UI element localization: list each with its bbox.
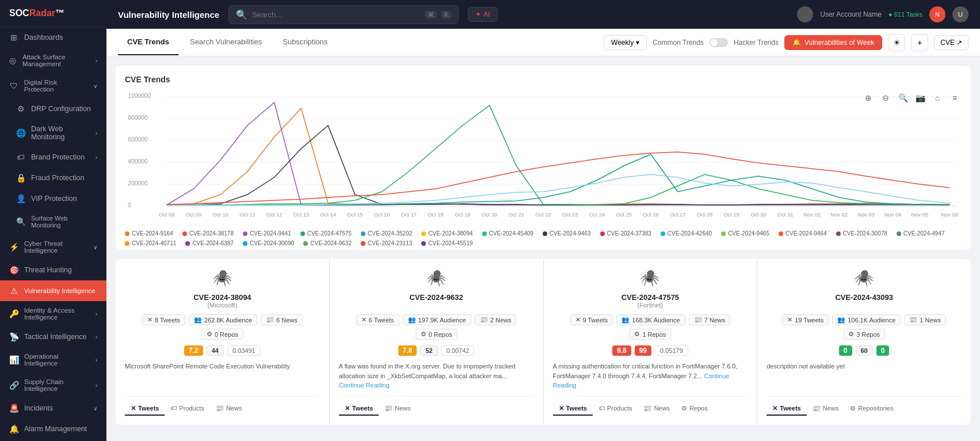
svg-text:Oct 31: Oct 31 [777,212,793,218]
zoom-in-btn[interactable]: ⊕ [861,91,875,105]
chevron-icon: › [96,58,97,64]
card-tab-news-47575[interactable]: 📰 News [638,402,676,416]
cve-btn-label: CVE [940,39,955,47]
tab-search-vuln[interactable]: Search Vulnerabilities [181,29,271,55]
card-tab-tweets-38094[interactable]: ✕ Tweets [125,402,165,416]
tab-subscriptions[interactable]: Subscriptions [273,29,337,55]
legend-item: CVE-2024-35202 [361,230,412,237]
score3-38094: 0.03491 [227,345,261,356]
weekly-dropdown[interactable]: Weekly ▾ [604,35,647,50]
cve-button[interactable]: CVE ↗ [934,35,968,50]
shortcut-cmd: ⌘ [425,11,437,18]
sidebar-label-alarm: Alarm Management [24,425,87,433]
search-icon: 🔍 [236,9,247,20]
news-tab-icon: 📰 [216,405,224,412]
search-chart-btn[interactable]: 🔍 [896,91,910,105]
card-tab-news-38094[interactable]: 📰 News [210,402,248,416]
tab-cve-trends[interactable]: CVE Trends [118,29,178,55]
card-tab-repos-43093[interactable]: ⚙ Repositories [844,402,899,416]
news-icon-43093: 📰 [909,316,917,324]
sidebar-item-cyber-threat[interactable]: ⚡ Cyber Threat Intelligence ∨ [0,234,106,260]
news-tab-icon-9632: 📰 [384,405,392,412]
vuln-week-button[interactable]: 🔔 Vulnerabilities of Week [784,35,882,50]
svg-text:Oct 17: Oct 17 [401,212,417,218]
sidebar-item-identity[interactable]: 🔑 Identity & Access Intelligence › [0,301,106,326]
task-status: ● 611 Tasks [889,11,922,18]
card-tab-products-38094[interactable]: 🏷 Products [165,402,209,416]
sidebar-item-surface-web[interactable]: 🔍 Surface Web Monitoring [0,209,106,234]
sidebar-item-drp-config[interactable]: ⚙ DRP Configuration [0,98,106,119]
sidebar-item-vuln-intel[interactable]: ⚠ Vulnerability Intelligence [0,280,106,301]
page-title: Vulnerability Intelligence [118,10,219,20]
svg-text:Oct 30: Oct 30 [750,212,766,218]
zoom-out-btn[interactable]: ⊖ [879,91,893,105]
bug-icon-9632: 🕷️ [426,268,447,287]
sidebar-item-vip[interactable]: 👤 VIP Protection [0,188,106,209]
sidebar-item-threat-hunting[interactable]: 🎯 Threat Hunting [0,260,106,280]
home-btn[interactable]: ⌂ [931,91,944,105]
chevron-icon-supply: › [96,382,97,389]
vendor-43093 [835,302,893,309]
chart-container: ⊕ ⊖ 🔍 📷 ⌂ ≡ 1000000 800000 600000 400000… [125,91,962,241]
user-menu-btn[interactable]: U [952,6,968,22]
common-trends-toggle[interactable] [710,38,728,47]
svg-text:Nov 03: Nov 03 [857,212,875,218]
card-tab-tweets-47575[interactable]: ✕ Tweets [553,402,593,416]
notification-bell[interactable]: N [929,6,945,22]
sidebar-item-incidents[interactable]: 🚨 Incidents ∨ [0,398,106,419]
sidebar-item-supply-chain[interactable]: 🔗 Supply Chain Intelligence › [0,372,106,398]
sidebar-item-dashboards[interactable]: ⊞ Dashboards [0,27,106,48]
card-tab-news-9632[interactable]: 📰 News [379,402,417,416]
score-row-47575: 9.8 99 0.05179 [553,345,748,356]
card-tab-products-47575[interactable]: 🏷 Products [593,402,638,416]
svg-text:Nov 05: Nov 05 [912,212,929,218]
chevron-icon-incidents: ∨ [93,405,97,412]
card-tab-news-43093[interactable]: 📰 News [807,402,845,416]
card-tab-tweets-9632[interactable]: ✕ Tweets [339,402,379,416]
camera-btn[interactable]: 📷 [913,91,927,105]
tweets-badge-9632: ✕ 6 Tweets [356,314,399,325]
sidebar-item-alarm-mgmt[interactable]: 🔔 Alarm Management [0,419,106,439]
legend-item: CVE-2024-37383 [600,230,651,237]
tabs-right-controls: Weekly ▾ Common Trends Hacker Trends 🔔 V… [604,34,968,51]
sidebar-label-identity: Identity & Access Intelligence [24,307,90,321]
card-stats-38094: ✕ 8 Tweets 👥 262.8K Audience 📰 6 News ⚙ … [125,314,320,340]
sidebar-item-brand-protection[interactable]: 🏷 Brand Protection › [0,147,106,168]
plus-icon-btn[interactable]: + [911,34,928,51]
card-stats-47575: ✕ 9 Tweets 👥 168.3K Audience 📰 7 News ⚙ … [553,314,748,340]
menu-btn[interactable]: ≡ [948,91,962,105]
sidebar-item-dark-web[interactable]: 🌐 Dark Web Monitoring › [0,119,106,147]
ai-button[interactable]: ✦ AI [468,7,497,22]
legend-item: CVE-2024-6387 [185,240,234,246]
news-icon: 📰 [266,316,274,324]
svg-text:Nov 01: Nov 01 [804,212,821,218]
sidebar-item-attack-surface[interactable]: ◎ Attack Surface Management › [0,48,106,73]
sidebar-item-digital-risk[interactable]: 🛡 Digital Risk Protection ∨ [0,73,106,98]
sidebar-label-surface-web: Surface Web Monitoring [31,215,97,229]
svg-text:Oct 11: Oct 11 [239,212,255,218]
cve-card-38094: 🕷️ CVE-2024-38094 (Microsoft) ✕ 8 Tweets… [116,259,329,425]
card-tab-repos-47575[interactable]: ⚙ Repos [676,402,714,416]
tweets-badge-43093: ✕ 19 Tweets [782,314,829,325]
read-more-9632[interactable]: Continue Reading [339,382,390,389]
card-tab-tweets-43093[interactable]: ✕ Tweets [767,402,806,416]
svg-text:Oct 09: Oct 09 [186,212,201,218]
svg-text:600000: 600000 [128,136,148,143]
common-trends-label: Common Trends [653,39,704,47]
svg-text:Nov 02: Nov 02 [830,212,848,218]
news-icon-47575: 📰 [694,316,702,324]
card-stats-9632: ✕ 6 Tweets 👥 197.9K Audience 📰 2 News ⚙ … [339,314,534,340]
repos-badge-47575: ⚙ 1 Repos [629,329,671,340]
search-input[interactable] [252,10,421,19]
sun-icon-btn[interactable]: ☀ [888,34,905,51]
sidebar-item-fraud[interactable]: 🔒 Fraud Protection [0,168,106,188]
news-badge-9632: 📰 2 News [475,314,517,325]
chart-controls: ⊕ ⊖ 🔍 📷 ⌂ ≡ [861,91,962,105]
sidebar-item-operational[interactable]: 📊 Operational Intelligence › [0,347,106,372]
sidebar-item-tactical[interactable]: 📡 Tactical Intelligence › [0,326,106,347]
svg-text:Oct 14: Oct 14 [320,212,335,218]
sidebar-label-vuln-intel: Vulnerability Intelligence [24,287,96,294]
sidebar-label-cyber: Cyber Threat Intelligence [24,240,87,254]
card-tabs-38094: ✕ Tweets 🏷 Products 📰 News [125,396,320,416]
x-icon-9632: ✕ [361,316,367,324]
